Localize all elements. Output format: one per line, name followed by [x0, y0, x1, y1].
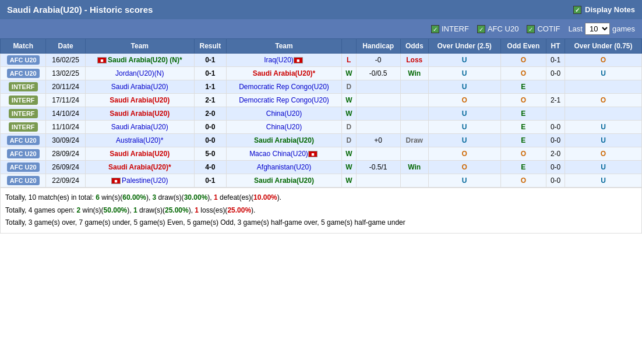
over-under-075 [565, 107, 642, 121]
ht-score: 2-0 [546, 147, 565, 161]
match-date: 16/02/25 [46, 54, 85, 67]
team2-name[interactable]: Macao China(U20)■ [226, 147, 341, 161]
team2-flag: ■ [308, 151, 318, 157]
draw-count: 3 [153, 193, 157, 202]
ht-score: 2-1 [546, 94, 565, 107]
odd-even: E [500, 107, 546, 121]
summary-line1: Totally, 10 match(es) in total: 6 win(s)… [5, 192, 637, 204]
team2-name[interactable]: China(U20) [226, 121, 341, 134]
table-row: AFC U20 22/09/24 ■Palestine(U20) 0-1 Sau… [1, 174, 642, 188]
team1-name[interactable]: Saudi Arabia(U20) [85, 121, 194, 134]
cotif-checkbox[interactable]: ✓ [527, 25, 535, 33]
wdl-indicator: W [342, 174, 357, 188]
display-notes-toggle[interactable]: ✓ Display Notes [573, 5, 635, 14]
match-tag: AFC U20 [1, 54, 46, 67]
col-team2: Team [226, 39, 341, 54]
ht-score: 0-0 [546, 67, 565, 80]
handicap-value: -0 [356, 54, 400, 67]
team1-flag: ■ [97, 57, 107, 63]
open-win-pct: 50.00% [104, 206, 128, 214]
over-under-075: U [565, 174, 642, 188]
ht-score [546, 80, 565, 94]
wdl-indicator: D [342, 121, 357, 134]
wdl-indicator: D [342, 134, 357, 147]
team2-name[interactable]: Iraq(U20)■ [226, 54, 341, 67]
afcu20-checkbox[interactable]: ✓ [477, 25, 485, 33]
match-tag: AFC U20 [1, 134, 46, 147]
over-under-25: U [428, 80, 500, 94]
odd-even: O [500, 174, 546, 188]
open-games: 4 [29, 206, 33, 214]
handicap-value [356, 147, 400, 161]
scores-table: Match Date Team Result Team Handicap Odd… [0, 38, 642, 188]
over-under-25: O [428, 147, 500, 161]
odds-result: Win [400, 67, 428, 80]
last-count-select[interactable]: 10 20 30 [585, 23, 610, 35]
over-under-25: U [428, 174, 500, 188]
match-result: 0-0 [194, 134, 226, 147]
handicap-value [356, 174, 400, 188]
col-wdl [342, 39, 357, 54]
team2-name[interactable]: Saudi Arabia(U20) [226, 174, 341, 188]
over-under-25: O [428, 94, 500, 107]
team2-name[interactable]: Democratic Rep Congo(U20) [226, 94, 341, 107]
team1-name[interactable]: Saudi Arabia(U20) [85, 147, 194, 161]
handicap-value [356, 80, 400, 94]
interf-filter[interactable]: ✓ INTERF [431, 24, 469, 33]
handicap-value [356, 94, 400, 107]
team2-name[interactable]: Afghanistan(U20) [226, 161, 341, 174]
team2-name[interactable]: Democratic Rep Congo(U20) [226, 80, 341, 94]
team1-flag: ■ [111, 178, 121, 184]
team1-name[interactable]: Saudi Arabia(U20) [85, 107, 194, 121]
ht-score: 0-1 [546, 54, 565, 67]
team2-name[interactable]: Saudi Arabia(U20)* [226, 67, 341, 80]
cotif-label: COTIF [537, 24, 560, 33]
summary-line2: Totally, 4 games open: 2 win(s)(50.00%),… [5, 204, 637, 217]
wdl-indicator: W [342, 147, 357, 161]
wdl-indicator: L [342, 54, 357, 67]
odds-result [400, 121, 428, 134]
col-result: Result [194, 39, 226, 54]
col-team1: Team [85, 39, 194, 54]
team1-name[interactable]: Saudi Arabia(U20) [85, 94, 194, 107]
col-over-under-075: Over Under (0.75) [565, 39, 642, 54]
wdl-indicator: W [342, 67, 357, 80]
team1-name[interactable]: ■Saudi Arabia(U20) (N)* [85, 54, 194, 67]
over-under-075: U [565, 67, 642, 80]
team1-name[interactable]: ■Palestine(U20) [85, 174, 194, 188]
odd-even: O [500, 54, 546, 67]
cotif-filter[interactable]: ✓ COTIF [527, 24, 560, 33]
match-date: 20/11/24 [46, 80, 85, 94]
odd-even: O [500, 94, 546, 107]
defeat-pct: 10.00% [253, 193, 277, 202]
handicap-value [356, 121, 400, 134]
handicap-value: -0.5/1 [356, 161, 400, 174]
display-notes-label: Display Notes [585, 5, 635, 14]
title-bar: Saudi Arabia(U20) - Historic scores ✓ Di… [0, 0, 642, 19]
odds-result: Draw [400, 134, 428, 147]
odds-result [400, 94, 428, 107]
over-under-075: O [565, 54, 642, 67]
odds-result [400, 80, 428, 94]
display-notes-checkbox[interactable]: ✓ [573, 6, 581, 14]
team1-name[interactable]: Jordan(U20)(N) [85, 67, 194, 80]
last-label: Last [568, 24, 583, 33]
afcu20-filter[interactable]: ✓ AFC U20 [477, 24, 518, 33]
team1-name[interactable]: Australia(U20)* [85, 134, 194, 147]
match-date: 17/11/24 [46, 94, 85, 107]
match-tag: AFC U20 [1, 174, 46, 188]
match-date: 22/09/24 [46, 174, 85, 188]
interf-checkbox[interactable]: ✓ [431, 25, 439, 33]
odds-result: Loss [400, 54, 428, 67]
match-date: 26/09/24 [46, 161, 85, 174]
team2-name[interactable]: China(U20) [226, 107, 341, 121]
team2-name[interactable]: Saudi Arabia(U20) [226, 134, 341, 147]
team1-name[interactable]: Saudi Arabia(U20) [85, 80, 194, 94]
afcu20-label: AFC U20 [488, 24, 518, 33]
handicap-value [356, 107, 400, 121]
open-losses: 1 [195, 206, 199, 214]
interf-label: INTERF [442, 24, 469, 33]
match-result: 5-0 [194, 147, 226, 161]
team1-name[interactable]: Saudi Arabia(U20)* [85, 161, 194, 174]
col-over-under-25: Over Under (2.5) [428, 39, 500, 54]
